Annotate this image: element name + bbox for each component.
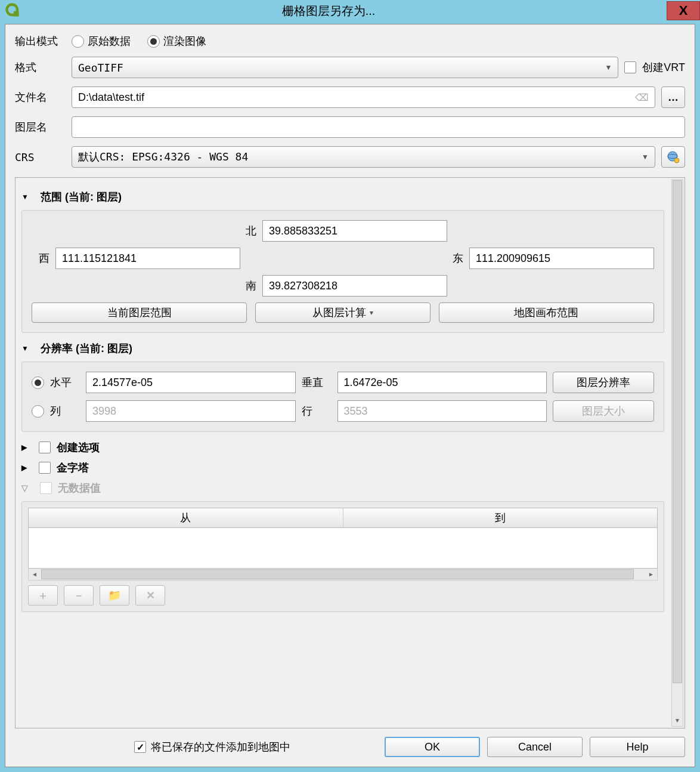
delete-button[interactable]: ✕ bbox=[135, 585, 165, 606]
filename-label: 文件名 bbox=[15, 90, 66, 104]
col-from: 从 bbox=[29, 508, 343, 527]
format-value: GeoTIFF bbox=[78, 61, 123, 74]
res-radio-cr[interactable] bbox=[32, 405, 44, 418]
r-value: 3553 bbox=[344, 405, 368, 418]
chevron-down-icon: ▼ bbox=[642, 153, 649, 161]
load-button[interactable]: 📁 bbox=[100, 585, 129, 606]
v-value: 1.6472e-05 bbox=[344, 376, 398, 389]
chevron-down-icon: ▼ bbox=[605, 63, 612, 72]
west-input[interactable]: 111.115121841 bbox=[55, 248, 240, 269]
layername-row: 图层名 bbox=[15, 116, 685, 138]
r-label: 行 bbox=[302, 404, 332, 418]
radio-raw-label: 原始数据 bbox=[88, 34, 131, 48]
browse-button[interactable]: … bbox=[661, 87, 685, 108]
resolution-title: 分辨率 (当前: 图层) bbox=[41, 341, 132, 356]
h-label: 水平 bbox=[50, 375, 80, 390]
filename-value: D:\data\test.tif bbox=[78, 91, 144, 104]
c-input[interactable]: 3998 bbox=[86, 400, 296, 422]
crs-row: CRS 默认CRS: EPSG:4326 - WGS 84 ▼ bbox=[15, 146, 685, 168]
dialog-body: 输出模式 原始数据 渲染图像 格式 GeoTIFF ▼ 创建VRT 文件名 D:… bbox=[5, 24, 695, 767]
svg-point-4 bbox=[674, 158, 679, 163]
titlebar: 栅格图层另存为... X bbox=[0, 0, 700, 21]
pyramids-header[interactable]: 金字塔 bbox=[21, 461, 664, 475]
filename-row: 文件名 D:\data\test.tif ⌫ … bbox=[15, 87, 685, 108]
close-button[interactable]: X bbox=[667, 1, 700, 20]
crs-combo[interactable]: 默认CRS: EPSG:4326 - WGS 84 ▼ bbox=[72, 146, 655, 168]
radio-raw[interactable]: 原始数据 bbox=[72, 34, 131, 48]
create-options-header[interactable]: 创建选项 bbox=[21, 440, 664, 455]
add-to-map-checkbox[interactable] bbox=[134, 741, 146, 753]
h-input[interactable]: 2.14577e-05 bbox=[86, 372, 296, 393]
remove-row-button[interactable]: － bbox=[64, 585, 94, 606]
extent-body: 北 39.885833251 西 111.115121841 东 111.200… bbox=[21, 210, 664, 333]
east-label: 东 bbox=[445, 251, 463, 265]
scroll-down-icon[interactable]: ▼ bbox=[672, 715, 683, 725]
create-options-checkbox[interactable] bbox=[39, 441, 51, 453]
layer-resolution-button[interactable]: 图层分辨率 bbox=[553, 372, 654, 393]
crs-value: 默认CRS: EPSG:4326 - WGS 84 bbox=[78, 150, 248, 164]
output-mode-label: 输出模式 bbox=[15, 34, 66, 48]
add-row-button[interactable]: ＋ bbox=[28, 585, 58, 606]
south-input[interactable]: 39.827308218 bbox=[262, 275, 447, 297]
r-input[interactable]: 3553 bbox=[337, 400, 547, 422]
east-input[interactable]: 111.200909615 bbox=[469, 248, 654, 269]
c-value: 3998 bbox=[92, 405, 116, 418]
format-label: 格式 bbox=[15, 60, 66, 75]
help-button[interactable]: Help bbox=[590, 737, 685, 757]
nodata-checkbox[interactable] bbox=[40, 482, 52, 494]
north-value: 39.885833251 bbox=[269, 225, 337, 237]
radio-rendered[interactable]: 渲染图像 bbox=[147, 34, 206, 48]
res-radio-hv[interactable] bbox=[32, 376, 44, 389]
south-value: 39.827308218 bbox=[269, 280, 337, 292]
output-mode-row: 输出模式 原始数据 渲染图像 bbox=[15, 34, 685, 48]
layer-extent-button[interactable]: 当前图层范围 bbox=[32, 302, 247, 323]
format-row: 格式 GeoTIFF ▼ 创建VRT bbox=[15, 57, 685, 78]
nodata-table-header: 从 到 bbox=[28, 508, 658, 528]
v-label: 垂直 bbox=[302, 375, 332, 390]
h-scrollbar[interactable]: ◄ ► bbox=[28, 569, 658, 580]
crs-label: CRS bbox=[15, 151, 66, 163]
options-scroll: 范围 (当前: 图层) 北 39.885833251 西 111.1151218… bbox=[15, 177, 685, 728]
create-vrt-label: 创建VRT bbox=[642, 60, 685, 75]
h-value: 2.14577e-05 bbox=[92, 376, 153, 389]
north-input[interactable]: 39.885833251 bbox=[262, 220, 447, 242]
calc-from-layer-button[interactable]: 从图层计算 bbox=[255, 302, 430, 323]
cancel-button[interactable]: Cancel bbox=[487, 737, 583, 757]
v-scrollbar[interactable]: ▼ bbox=[671, 179, 683, 727]
select-crs-button[interactable] bbox=[661, 146, 685, 168]
h-scroll-thumb[interactable] bbox=[41, 569, 634, 579]
radio-rendered-icon bbox=[147, 35, 160, 48]
radio-raw-icon bbox=[72, 35, 84, 48]
add-to-map-label: 将已保存的文件添加到地图中 bbox=[151, 740, 290, 754]
ok-button[interactable]: OK bbox=[385, 737, 480, 757]
layername-input[interactable] bbox=[72, 116, 685, 138]
nodata-header[interactable]: 无数据值 bbox=[21, 481, 664, 495]
filename-input[interactable]: D:\data\test.tif ⌫ bbox=[72, 87, 655, 108]
create-options-label: 创建选项 bbox=[57, 440, 100, 455]
v-scroll-thumb[interactable] bbox=[673, 180, 682, 683]
radio-rendered-label: 渲染图像 bbox=[163, 34, 206, 48]
col-to: 到 bbox=[343, 508, 658, 527]
scroll-left-icon[interactable]: ◄ bbox=[29, 569, 41, 580]
extent-header[interactable]: 范围 (当前: 图层) bbox=[21, 190, 664, 204]
v-input[interactable]: 1.6472e-05 bbox=[337, 372, 547, 393]
west-label: 西 bbox=[32, 251, 49, 265]
nodata-body: 从 到 ◄ ► ＋ － 📁 ✕ bbox=[21, 501, 664, 612]
canvas-extent-button[interactable]: 地图画布范围 bbox=[439, 302, 654, 323]
north-label: 北 bbox=[239, 224, 256, 238]
nodata-label: 无数据值 bbox=[58, 481, 101, 495]
pyramids-label: 金字塔 bbox=[57, 461, 89, 475]
east-value: 111.200909615 bbox=[476, 252, 550, 265]
clear-icon[interactable]: ⌫ bbox=[635, 92, 649, 103]
west-value: 111.115121841 bbox=[62, 252, 137, 265]
c-label: 列 bbox=[50, 404, 80, 418]
format-combo[interactable]: GeoTIFF ▼ bbox=[72, 57, 618, 78]
extent-title: 范围 (当前: 图层) bbox=[41, 190, 122, 204]
scroll-right-icon[interactable]: ► bbox=[645, 569, 657, 580]
south-label: 南 bbox=[239, 279, 256, 293]
create-vrt-checkbox[interactable] bbox=[624, 61, 636, 73]
window-title: 栅格图层另存为... bbox=[0, 3, 667, 19]
nodata-table-body bbox=[28, 528, 658, 569]
pyramids-checkbox[interactable] bbox=[39, 462, 51, 474]
resolution-header[interactable]: 分辨率 (当前: 图层) bbox=[21, 341, 664, 356]
